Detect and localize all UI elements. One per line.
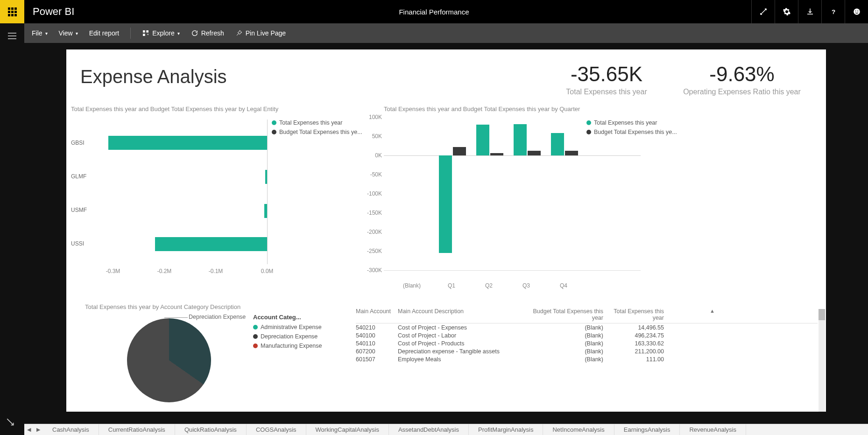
svg-rect-5 bbox=[147, 30, 149, 33]
explore-icon bbox=[142, 29, 149, 37]
tab-label: RevenueAnalysis bbox=[689, 426, 736, 433]
top-bar: Power BI Financial Performance ? bbox=[0, 0, 868, 23]
tab-label: ProfitMarginAnalysis bbox=[478, 426, 534, 433]
bar bbox=[264, 204, 267, 218]
zero-line bbox=[384, 155, 641, 156]
fullscreen-button[interactable] bbox=[751, 0, 775, 23]
table-scrollbar[interactable] bbox=[819, 309, 825, 412]
report-page[interactable]: Expense Analysis -35.65K Total Expenses … bbox=[66, 49, 826, 412]
table-row[interactable]: 540100Cost of Project - Labor(Blank)496,… bbox=[356, 331, 818, 339]
chart3-title: Total Expenses this year by Account Cate… bbox=[85, 303, 240, 310]
expenses-table[interactable]: Main Account Main Account Description Bu… bbox=[356, 306, 818, 363]
fullscreen-icon bbox=[759, 7, 768, 16]
pin-label: Pin Live Page bbox=[246, 29, 286, 37]
column bbox=[528, 151, 541, 155]
table-row[interactable]: 601507Employee Meals(Blank)111.00 bbox=[356, 355, 818, 363]
col-header[interactable]: Budget Total Expenses this year bbox=[529, 308, 603, 321]
tab-quick-ratio[interactable]: QuickRatioAnalysis bbox=[175, 424, 247, 435]
table-header: Main Account Main Account Description Bu… bbox=[356, 306, 818, 323]
kpi-total-expenses[interactable]: -35.65K Total Expenses this year bbox=[546, 63, 667, 100]
account-category-legend[interactable]: Administrative Expense Depreciation Expe… bbox=[253, 324, 332, 352]
kpi-op-expense-ratio[interactable]: -9.63% Operating Expenses Ratio this yea… bbox=[672, 63, 812, 100]
legend-dot bbox=[253, 334, 258, 339]
settings-button[interactable] bbox=[775, 0, 798, 23]
y-tick: 0K bbox=[363, 152, 382, 159]
file-menu[interactable]: File▾ bbox=[32, 29, 48, 37]
legend-label: Administrative Expense bbox=[261, 324, 322, 330]
table-row[interactable]: 607200Depreciation expense - Tangible as… bbox=[356, 347, 818, 355]
x-tick: -0.1M bbox=[209, 268, 223, 274]
bar bbox=[265, 170, 267, 184]
tabs-next-button[interactable]: ▶ bbox=[34, 427, 43, 433]
tab-profit-margin[interactable]: ProfitMarginAnalysis bbox=[469, 424, 543, 435]
view-menu[interactable]: View▾ bbox=[59, 29, 78, 37]
x-tick: Q3 bbox=[522, 282, 530, 289]
explore-label: Explore bbox=[152, 29, 174, 37]
tab-label: CurrentRatioAnalysis bbox=[108, 426, 165, 433]
kpi-label: Total Expenses this year bbox=[546, 88, 667, 100]
tab-revenue[interactable]: RevenueAnalysis bbox=[680, 424, 746, 435]
axis-line bbox=[384, 270, 641, 271]
tab-asset-debt[interactable]: AssetandDebtAnalysis bbox=[389, 424, 469, 435]
table-row[interactable]: 540110Cost of Project - Products(Blank)1… bbox=[356, 339, 818, 347]
report-toolbar: File▾ View▾ Edit report Explore▾ Refresh… bbox=[24, 23, 868, 43]
smile-icon bbox=[853, 7, 861, 16]
y-tick: GBSI bbox=[71, 140, 85, 146]
column bbox=[565, 151, 578, 155]
table-row[interactable]: 540210Cost of Project - Expenses(Blank)1… bbox=[356, 323, 818, 331]
chart1-bar-by-entity[interactable]: -0.3M -0.2M -0.1M 0.0M GBSI GLMF USMF US… bbox=[71, 119, 360, 283]
tab-label: EarningsAnalysis bbox=[624, 426, 670, 433]
col-header[interactable]: Total Expenses this year bbox=[603, 308, 664, 321]
canvas-area: Expense Analysis -35.65K Total Expenses … bbox=[24, 43, 868, 424]
refresh-label: Refresh bbox=[201, 29, 224, 37]
y-tick: -150K bbox=[363, 210, 382, 216]
svg-text:?: ? bbox=[831, 8, 835, 15]
tab-working-capital[interactable]: WorkingCapitalAnalysis bbox=[306, 424, 389, 435]
chevron-down-icon: ▾ bbox=[45, 31, 48, 36]
sort-asc-icon: ▲ bbox=[710, 308, 715, 314]
help-icon: ? bbox=[829, 7, 838, 16]
chevron-down-icon: ▾ bbox=[177, 31, 180, 36]
y-tick: 100K bbox=[363, 114, 382, 120]
scroll-thumb[interactable] bbox=[819, 309, 825, 320]
x-tick: -0.2M bbox=[157, 268, 172, 274]
pie-leader-line bbox=[164, 317, 188, 318]
axis-line bbox=[267, 119, 268, 264]
nav-toggle-button[interactable] bbox=[8, 33, 16, 39]
feedback-button[interactable] bbox=[845, 0, 868, 23]
chart3-pie[interactable] bbox=[127, 318, 211, 402]
chart2-column-by-quarter[interactable]: 100K 50K 0K -50K -100K -150K -200K -250K… bbox=[384, 117, 641, 285]
column bbox=[490, 153, 503, 155]
tab-earnings[interactable]: EarningsAnalysis bbox=[614, 424, 680, 435]
tab-cash-analysis[interactable]: CashAnalysis bbox=[43, 424, 99, 435]
column bbox=[439, 155, 452, 253]
explore-menu[interactable]: Explore▾ bbox=[142, 29, 179, 37]
tab-cogs[interactable]: COGSAnalysis bbox=[247, 424, 306, 435]
x-tick: 0.0M bbox=[261, 268, 274, 274]
y-tick: -50K bbox=[363, 171, 382, 178]
legend-label: Manufacturing Expense bbox=[261, 343, 322, 349]
column bbox=[453, 147, 466, 155]
tab-current-ratio[interactable]: CurrentRatioAnalysis bbox=[99, 424, 175, 435]
share-button[interactable] bbox=[6, 417, 15, 428]
gear-icon bbox=[783, 7, 791, 16]
separator bbox=[130, 28, 131, 39]
y-tick: -300K bbox=[363, 267, 382, 274]
download-button[interactable] bbox=[798, 0, 821, 23]
legend-dot bbox=[253, 344, 258, 348]
refresh-button[interactable]: Refresh bbox=[191, 29, 224, 37]
tab-net-income[interactable]: NetIncomeAnalysis bbox=[543, 424, 614, 435]
legend-dot bbox=[253, 325, 258, 330]
app-launcher-button[interactable] bbox=[0, 0, 24, 23]
column bbox=[551, 133, 564, 155]
col-header[interactable]: Main Account bbox=[356, 308, 398, 321]
edit-report-button[interactable]: Edit report bbox=[89, 29, 120, 37]
y-tick: -250K bbox=[363, 248, 382, 254]
help-button[interactable]: ? bbox=[821, 0, 845, 23]
pin-live-page-button[interactable]: Pin Live Page bbox=[235, 29, 286, 37]
tabs-prev-button[interactable]: ◀ bbox=[24, 427, 34, 433]
x-tick: Q2 bbox=[485, 282, 493, 289]
download-icon bbox=[806, 7, 814, 16]
col-header[interactable]: Main Account Description bbox=[398, 308, 529, 321]
edit-label: Edit report bbox=[89, 29, 120, 37]
